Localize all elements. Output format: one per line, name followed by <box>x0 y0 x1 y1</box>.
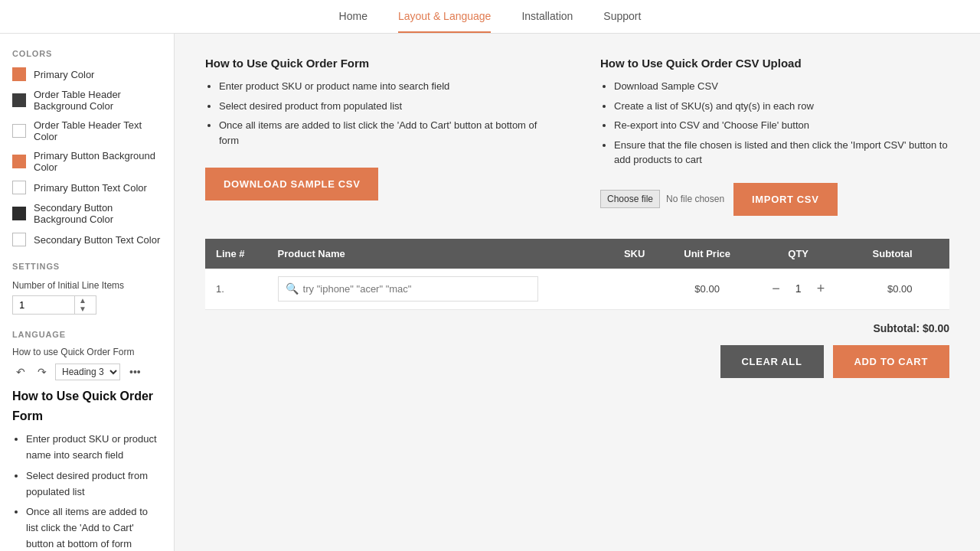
primary-btn-text-swatch <box>12 181 26 194</box>
csv-bullet-3: Re-export into CSV and 'Choose File' but… <box>614 118 949 133</box>
color-item-table-header-text[interactable]: Order Table Header Text Color <box>12 119 162 142</box>
csv-upload-area: Choose file No file chosen IMPORT CSV <box>600 183 949 216</box>
row-delete <box>923 269 949 310</box>
product-search-input[interactable] <box>278 276 538 302</box>
color-item-primary[interactable]: Primary Color <box>12 67 162 81</box>
col-subtotal: Subtotal <box>848 239 923 269</box>
csv-bullet-4: Ensure that the file chosen is listed an… <box>614 138 949 168</box>
order-table-body: 1. 🔍 $0.00 − 1 + <box>205 269 949 310</box>
row-sku <box>613 269 665 310</box>
spinner-down[interactable]: ▼ <box>75 305 90 315</box>
csv-bullet-2: Create a list of SKU(s) and qty(s) in ea… <box>614 99 949 114</box>
quick-order-bullet-2: Select desired product from populated li… <box>219 99 554 114</box>
quick-order-list: Enter product SKU or product name into s… <box>205 79 554 148</box>
quick-order-title: How to Use Quick Order Form <box>205 57 554 70</box>
table-header-bg-swatch <box>12 93 26 107</box>
product-search-wrapper: 🔍 <box>278 276 538 302</box>
col-product-name: Product Name <box>267 239 613 269</box>
language-section-title: LANGUAGE <box>12 330 162 339</box>
how-to-field-label: How to use Quick Order Form <box>12 347 162 357</box>
qty-decrease-button[interactable]: − <box>769 282 783 295</box>
primary-btn-bg-label: Primary Button Background Color <box>34 150 162 173</box>
editor-bullet-list: Enter product SKU or product name into s… <box>12 432 162 551</box>
color-item-primary-btn-bg[interactable]: Primary Button Background Color <box>12 150 162 173</box>
col-qty: QTY <box>749 239 848 269</box>
instructions-row: How to Use Quick Order Form Enter produc… <box>205 57 949 216</box>
undo-button[interactable]: ↶ <box>12 364 29 380</box>
file-input-area: Choose file No file chosen <box>600 190 724 208</box>
editor-heading: How to Use Quick Order Form <box>12 386 162 425</box>
primary-color-label: Primary Color <box>34 69 94 80</box>
secondary-btn-bg-label: Secondary Button Background Color <box>34 202 162 225</box>
nav-support[interactable]: Support <box>603 1 641 33</box>
quick-order-bullet-1: Enter product SKU or product name into s… <box>219 79 554 94</box>
action-buttons: CLEAR ALL ADD TO CART <box>205 345 949 378</box>
table-header-text-label: Order Table Header Text Color <box>34 119 162 142</box>
csv-upload-instructions: How to Use Quick Order CSV Upload Downlo… <box>600 57 949 216</box>
primary-color-swatch <box>12 67 26 81</box>
row-qty: − 1 + <box>749 269 848 310</box>
csv-upload-list: Download Sample CSV Create a list of SKU… <box>600 79 949 168</box>
language-section: LANGUAGE How to use Quick Order Form ↶ ↷… <box>12 330 162 551</box>
qty-increase-button[interactable]: + <box>814 282 828 295</box>
quick-order-bullet-3: Once all items are added to list click t… <box>219 118 554 148</box>
row-line-number: 1. <box>205 269 267 310</box>
subtotal-display: Subtotal: $0.00 <box>205 322 949 334</box>
row-unit-price: $0.00 <box>665 269 749 310</box>
secondary-btn-text-swatch <box>12 233 26 246</box>
col-line: Line # <box>205 239 267 269</box>
csv-bullet-1: Download Sample CSV <box>614 79 949 94</box>
row-product-name: 🔍 <box>267 269 613 310</box>
top-navigation: Home Layout & Language Installation Supp… <box>0 0 980 34</box>
primary-btn-text-label: Primary Button Text Color <box>34 182 147 194</box>
row-subtotal: $0.00 <box>848 269 923 310</box>
table-header-text-swatch <box>12 124 26 138</box>
color-item-table-header-bg[interactable]: Order Table Header Background Color <box>12 89 162 112</box>
secondary-btn-text-label: Secondary Button Text Color <box>34 234 160 246</box>
quick-order-instructions: How to Use Quick Order Form Enter produc… <box>205 57 554 216</box>
editor-bullet-3: Once all items are added to list click t… <box>26 504 162 551</box>
main-layout: COLORS Primary Color Order Table Header … <box>0 34 980 551</box>
download-sample-csv-button[interactable]: DOWNLOAD SAMPLE CSV <box>205 168 378 201</box>
table-row: 1. 🔍 $0.00 − 1 + <box>205 269 949 310</box>
settings-section: SETTINGS Number of Initial Line Items ▲ … <box>12 262 162 315</box>
import-csv-button[interactable]: IMPORT CSV <box>733 183 837 216</box>
editor-content: How to Use Quick Order Form Enter produc… <box>12 386 162 551</box>
initial-line-items-label: Number of Initial Line Items <box>12 280 162 291</box>
primary-btn-bg-swatch <box>12 155 26 168</box>
order-table: Line # Product Name SKU Unit Price QTY S… <box>205 239 949 310</box>
nav-home[interactable]: Home <box>339 1 368 33</box>
nav-layout[interactable]: Layout & Language <box>398 1 491 33</box>
qty-controls: − 1 + <box>760 282 837 295</box>
number-spinners: ▲ ▼ <box>74 296 90 314</box>
main-content: How to Use Quick Order Form Enter produc… <box>175 34 980 551</box>
nav-installation[interactable]: Installation <box>521 1 573 33</box>
editor-bullet-1: Enter product SKU or product name into s… <box>26 432 162 464</box>
spinner-up[interactable]: ▲ <box>75 296 90 305</box>
color-item-secondary-btn-text[interactable]: Secondary Button Text Color <box>12 233 162 246</box>
table-header-bg-label: Order Table Header Background Color <box>34 89 162 112</box>
subtotal-value: Subtotal: $0.00 <box>873 322 949 334</box>
editor-bullet-2: Select desired product from populated li… <box>26 468 162 500</box>
sidebar: COLORS Primary Color Order Table Header … <box>0 34 175 551</box>
search-icon: 🔍 <box>286 282 299 295</box>
heading-select[interactable]: Heading 3 <box>55 364 120 380</box>
clear-all-button[interactable]: CLEAR ALL <box>720 345 824 378</box>
colors-section-title: COLORS <box>12 49 162 58</box>
more-options-button[interactable]: ••• <box>125 364 145 380</box>
choose-file-button[interactable]: Choose file <box>600 190 660 208</box>
color-item-secondary-btn-bg[interactable]: Secondary Button Background Color <box>12 202 162 225</box>
csv-upload-title: How to Use Quick Order CSV Upload <box>600 57 949 70</box>
editor-toolbar: ↶ ↷ Heading 3 ••• <box>12 364 162 380</box>
settings-section-title: SETTINGS <box>12 262 162 271</box>
add-to-cart-button[interactable]: ADD TO CART <box>833 345 949 378</box>
col-unit-price: Unit Price <box>665 239 749 269</box>
order-table-header: Line # Product Name SKU Unit Price QTY S… <box>205 239 949 269</box>
secondary-btn-bg-swatch <box>12 207 26 220</box>
col-action <box>923 239 949 269</box>
initial-line-items-input[interactable] <box>13 296 74 314</box>
initial-line-items-input-wrapper: ▲ ▼ <box>12 295 96 315</box>
redo-button[interactable]: ↷ <box>34 364 51 380</box>
col-sku: SKU <box>613 239 665 269</box>
color-item-primary-btn-text[interactable]: Primary Button Text Color <box>12 181 162 194</box>
